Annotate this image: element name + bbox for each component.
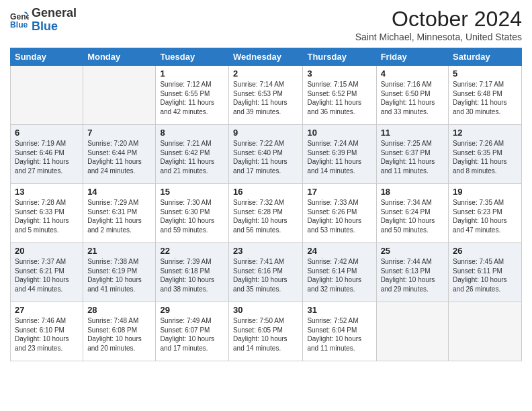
- day-cell: 20Sunrise: 7:37 AM Sunset: 6:21 PM Dayli…: [11, 243, 83, 302]
- day-info: Sunrise: 7:30 AM Sunset: 6:30 PM Dayligh…: [160, 198, 224, 234]
- day-info: Sunrise: 7:17 AM Sunset: 6:48 PM Dayligh…: [453, 80, 517, 116]
- day-number: 28: [87, 305, 151, 315]
- day-number: 10: [307, 128, 371, 138]
- day-cell: 6Sunrise: 7:19 AM Sunset: 6:46 PM Daylig…: [11, 125, 83, 184]
- day-number: 4: [381, 68, 444, 79]
- day-header-tuesday: Tuesday: [156, 48, 229, 66]
- day-info: Sunrise: 7:19 AM Sunset: 6:46 PM Dayligh…: [15, 139, 79, 175]
- day-cell: 13Sunrise: 7:28 AM Sunset: 6:33 PM Dayli…: [11, 184, 83, 243]
- week-row-1: 1Sunrise: 7:12 AM Sunset: 6:55 PM Daylig…: [11, 66, 522, 125]
- day-header-friday: Friday: [376, 48, 448, 66]
- day-info: Sunrise: 7:49 AM Sunset: 6:07 PM Dayligh…: [160, 316, 224, 353]
- day-number: 22: [160, 246, 224, 256]
- day-number: 1: [160, 68, 224, 79]
- day-number: 15: [160, 187, 224, 197]
- day-header-saturday: Saturday: [449, 48, 522, 66]
- day-cell: 23Sunrise: 7:41 AM Sunset: 6:16 PM Dayli…: [229, 243, 303, 302]
- day-number: 12: [453, 128, 517, 138]
- day-info: Sunrise: 7:28 AM Sunset: 6:33 PM Dayligh…: [15, 198, 79, 234]
- day-info: Sunrise: 7:24 AM Sunset: 6:39 PM Dayligh…: [307, 139, 371, 175]
- day-info: Sunrise: 7:15 AM Sunset: 6:52 PM Dayligh…: [307, 80, 371, 116]
- header: General Blue General Blue October 2024 S…: [10, 7, 522, 42]
- title-area: October 2024 Saint Michael, Minnesota, U…: [355, 7, 522, 42]
- day-number: 21: [87, 246, 151, 256]
- page: General Blue General Blue October 2024 S…: [0, 0, 532, 411]
- day-info: Sunrise: 7:38 AM Sunset: 6:19 PM Dayligh…: [87, 257, 151, 293]
- day-cell: 8Sunrise: 7:21 AM Sunset: 6:42 PM Daylig…: [156, 125, 229, 184]
- day-info: Sunrise: 7:52 AM Sunset: 6:04 PM Dayligh…: [307, 316, 371, 353]
- day-number: 20: [15, 246, 79, 256]
- week-row-3: 13Sunrise: 7:28 AM Sunset: 6:33 PM Dayli…: [11, 184, 522, 243]
- day-number: 3: [307, 68, 371, 79]
- logo: General Blue General Blue: [10, 7, 77, 34]
- day-cell: 28Sunrise: 7:48 AM Sunset: 6:08 PM Dayli…: [83, 302, 156, 361]
- day-cell: 10Sunrise: 7:24 AM Sunset: 6:39 PM Dayli…: [303, 125, 376, 184]
- day-number: 17: [307, 187, 371, 197]
- day-cell: 1Sunrise: 7:12 AM Sunset: 6:55 PM Daylig…: [156, 66, 229, 125]
- day-cell: 3Sunrise: 7:15 AM Sunset: 6:52 PM Daylig…: [303, 66, 376, 125]
- day-number: 13: [15, 187, 79, 197]
- week-row-4: 20Sunrise: 7:37 AM Sunset: 6:21 PM Dayli…: [11, 243, 522, 302]
- day-number: 26: [453, 246, 517, 256]
- day-header-monday: Monday: [83, 48, 156, 66]
- day-cell: 15Sunrise: 7:30 AM Sunset: 6:30 PM Dayli…: [156, 184, 229, 243]
- day-info: Sunrise: 7:20 AM Sunset: 6:44 PM Dayligh…: [87, 139, 151, 175]
- day-cell: 9Sunrise: 7:22 AM Sunset: 6:40 PM Daylig…: [229, 125, 303, 184]
- day-number: 19: [453, 187, 517, 197]
- day-number: 16: [233, 187, 298, 197]
- day-number: 5: [453, 68, 517, 79]
- logo-icon: General Blue: [10, 11, 29, 30]
- day-number: 9: [233, 128, 298, 138]
- day-cell: [83, 66, 156, 125]
- day-cell: 27Sunrise: 7:46 AM Sunset: 6:10 PM Dayli…: [11, 302, 83, 361]
- day-info: Sunrise: 7:32 AM Sunset: 6:28 PM Dayligh…: [233, 198, 298, 234]
- day-cell: 21Sunrise: 7:38 AM Sunset: 6:19 PM Dayli…: [83, 243, 156, 302]
- location: Saint Michael, Minnesota, United States: [355, 32, 522, 42]
- day-info: Sunrise: 7:25 AM Sunset: 6:37 PM Dayligh…: [381, 139, 444, 175]
- day-number: 27: [15, 305, 79, 315]
- day-cell: 5Sunrise: 7:17 AM Sunset: 6:48 PM Daylig…: [449, 66, 522, 125]
- day-cell: 4Sunrise: 7:16 AM Sunset: 6:50 PM Daylig…: [376, 66, 448, 125]
- day-cell: 26Sunrise: 7:45 AM Sunset: 6:11 PM Dayli…: [449, 243, 522, 302]
- day-cell: 22Sunrise: 7:39 AM Sunset: 6:18 PM Dayli…: [156, 243, 229, 302]
- day-info: Sunrise: 7:45 AM Sunset: 6:11 PM Dayligh…: [453, 257, 517, 293]
- day-number: 25: [381, 246, 444, 256]
- day-number: 18: [381, 187, 444, 197]
- svg-text:Blue: Blue: [10, 20, 28, 30]
- header-row: SundayMondayTuesdayWednesdayThursdayFrid…: [11, 48, 522, 66]
- day-header-wednesday: Wednesday: [229, 48, 303, 66]
- day-info: Sunrise: 7:50 AM Sunset: 6:05 PM Dayligh…: [233, 316, 298, 353]
- day-cell: 2Sunrise: 7:14 AM Sunset: 6:53 PM Daylig…: [229, 66, 303, 125]
- day-cell: [11, 66, 83, 125]
- day-number: 8: [160, 128, 224, 138]
- day-info: Sunrise: 7:41 AM Sunset: 6:16 PM Dayligh…: [233, 257, 298, 293]
- day-info: Sunrise: 7:21 AM Sunset: 6:42 PM Dayligh…: [160, 139, 224, 175]
- day-info: Sunrise: 7:48 AM Sunset: 6:08 PM Dayligh…: [87, 316, 151, 353]
- day-cell: 31Sunrise: 7:52 AM Sunset: 6:04 PM Dayli…: [303, 302, 376, 361]
- day-info: Sunrise: 7:33 AM Sunset: 6:26 PM Dayligh…: [307, 198, 371, 234]
- day-number: 31: [307, 305, 371, 315]
- month-title: October 2024: [355, 7, 522, 32]
- week-row-5: 27Sunrise: 7:46 AM Sunset: 6:10 PM Dayli…: [11, 302, 522, 361]
- calendar: SundayMondayTuesdayWednesdayThursdayFrid…: [10, 48, 522, 361]
- day-number: 30: [233, 305, 298, 315]
- day-number: 23: [233, 246, 298, 256]
- day-cell: 7Sunrise: 7:20 AM Sunset: 6:44 PM Daylig…: [83, 125, 156, 184]
- day-number: 2: [233, 68, 298, 79]
- day-info: Sunrise: 7:42 AM Sunset: 6:14 PM Dayligh…: [307, 257, 371, 293]
- logo-text: General Blue: [32, 7, 77, 34]
- day-number: 29: [160, 305, 224, 315]
- day-cell: 29Sunrise: 7:49 AM Sunset: 6:07 PM Dayli…: [156, 302, 229, 361]
- day-info: Sunrise: 7:29 AM Sunset: 6:31 PM Dayligh…: [87, 198, 151, 234]
- day-cell: 14Sunrise: 7:29 AM Sunset: 6:31 PM Dayli…: [83, 184, 156, 243]
- day-cell: [449, 302, 522, 361]
- day-info: Sunrise: 7:34 AM Sunset: 6:24 PM Dayligh…: [381, 198, 444, 234]
- day-info: Sunrise: 7:44 AM Sunset: 6:13 PM Dayligh…: [381, 257, 444, 293]
- day-number: 6: [15, 128, 79, 138]
- day-cell: 25Sunrise: 7:44 AM Sunset: 6:13 PM Dayli…: [376, 243, 448, 302]
- day-info: Sunrise: 7:22 AM Sunset: 6:40 PM Dayligh…: [233, 139, 298, 175]
- day-cell: [376, 302, 448, 361]
- day-number: 7: [87, 128, 151, 138]
- day-info: Sunrise: 7:37 AM Sunset: 6:21 PM Dayligh…: [15, 257, 79, 293]
- day-cell: 19Sunrise: 7:35 AM Sunset: 6:23 PM Dayli…: [449, 184, 522, 243]
